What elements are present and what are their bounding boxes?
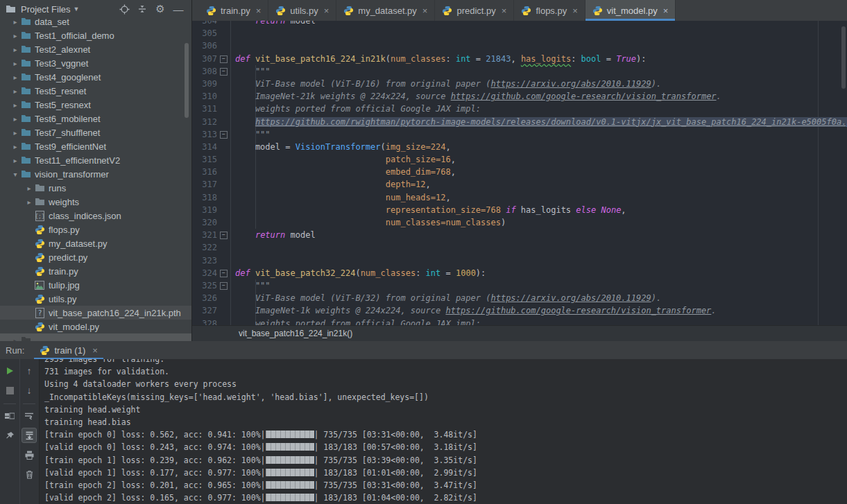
tree-item-Test5_resnext[interactable]: ▸Test5_resnext xyxy=(0,98,191,112)
chevron-right-icon[interactable]: ▸ xyxy=(11,129,19,137)
code-line-318[interactable]: 318 num_heads=12, xyxy=(192,191,847,204)
editor-scrollbar[interactable] xyxy=(841,26,846,89)
print-icon[interactable] xyxy=(22,447,37,462)
tree-item-runs[interactable]: ▸runs xyxy=(0,181,191,195)
fold-marker-icon[interactable]: − xyxy=(220,270,228,277)
chevron-right-icon[interactable]: ▸ xyxy=(11,101,19,109)
scroll-end-icon[interactable] xyxy=(22,428,37,443)
down-icon[interactable]: ↓ xyxy=(22,383,37,398)
run-console[interactable]: 2939 images for training.731 images for … xyxy=(39,359,847,504)
chevron-right-icon[interactable]: ▸ xyxy=(11,60,19,67)
fold-marker-icon[interactable]: − xyxy=(220,232,228,239)
tree-item-Test5_resnet[interactable]: ▸Test5_resnet xyxy=(0,84,191,98)
tree-item-Test6_mobilenet[interactable]: ▸Test6_mobilenet xyxy=(0,112,191,125)
close-icon[interactable]: × xyxy=(256,6,262,16)
clear-icon[interactable] xyxy=(22,467,37,482)
run-tab-train[interactable]: train (1) × xyxy=(34,341,103,359)
stop-icon[interactable] xyxy=(2,383,17,398)
tab-predict.py[interactable]: predict.py× xyxy=(435,0,514,21)
code-line-311[interactable]: 311 weights ported from official Google … xyxy=(192,103,847,115)
chevron-right-icon[interactable]: ▸ xyxy=(25,198,33,206)
rerun-icon[interactable] xyxy=(2,363,17,379)
fold-marker-icon[interactable]: − xyxy=(220,68,228,76)
code-line-310[interactable]: 310 ImageNet-21k weights @ 224x224, sour… xyxy=(192,90,847,103)
hide-icon[interactable]: — xyxy=(169,1,187,17)
fold-marker-icon[interactable]: − xyxy=(220,282,228,290)
tree-item-utils.py[interactable]: utils.py xyxy=(0,292,191,306)
code-line-307[interactable]: 307−def vit_base_patch16_224_in21k(num_c… xyxy=(192,53,847,65)
chevron-right-icon[interactable]: ▸ xyxy=(11,157,19,164)
chevron-right-icon[interactable]: ▸ xyxy=(11,143,19,150)
code-line-316[interactable]: 316 embed_dim=768, xyxy=(192,166,847,178)
tree-item-Test11_efficientnetV2[interactable]: ▸Test11_efficientnetV2 xyxy=(0,153,191,167)
tab-utils.py[interactable]: utils.py× xyxy=(268,0,336,21)
tree-item-tulip.jpg[interactable]: tulip.jpg xyxy=(0,278,191,292)
tab-flops.py[interactable]: flops.py× xyxy=(514,0,585,21)
code-line-306[interactable]: 306 xyxy=(192,40,847,52)
code-line-314[interactable]: 314 model = VisionTransformer(img_size=2… xyxy=(192,141,847,153)
code-line-315[interactable]: 315 patch_size=16, xyxy=(192,153,847,166)
tree-item-vision_transformer[interactable]: ▾vision_transformer xyxy=(0,167,191,181)
pin-icon[interactable] xyxy=(2,428,17,443)
code-line-327[interactable]: 327 ImageNet-1k weights @ 224x224, sourc… xyxy=(192,304,847,317)
tree-item-Test7_shufflenet[interactable]: ▸Test7_shufflenet xyxy=(0,125,191,139)
chevron-right-icon[interactable]: ▸ xyxy=(25,184,33,192)
code-line-326[interactable]: 326 ViT-Base model (ViT-B/32) from origi… xyxy=(192,292,847,304)
code-line-322[interactable]: 322 xyxy=(192,241,847,254)
code-line-309[interactable]: 309 ViT-Base model (ViT-B/16) from origi… xyxy=(192,78,847,90)
tab-train.py[interactable]: train.py× xyxy=(199,0,268,21)
code-line-324[interactable]: 324−def vit_base_patch32_224(num_classes… xyxy=(192,267,847,279)
tree-item-train.py[interactable]: train.py xyxy=(0,264,191,278)
code-line-320[interactable]: 320 num_classes=num_classes) xyxy=(192,216,847,229)
chevron-right-icon[interactable]: ▸ xyxy=(11,115,19,123)
close-icon[interactable]: × xyxy=(502,6,507,16)
code-line-304[interactable]: 304 return model xyxy=(192,21,847,27)
tree-item-weights[interactable]: ▸weights xyxy=(0,195,191,209)
chevron-right-icon[interactable]: ▸ xyxy=(11,87,19,95)
tree-item-Test1_official_demo[interactable]: ▸Test1_official_demo xyxy=(0,28,191,42)
close-icon[interactable]: × xyxy=(572,6,578,16)
collapse-all-icon[interactable] xyxy=(133,1,151,17)
tree-item-vit_model.py[interactable]: vit_model.py xyxy=(0,320,191,333)
softwrap-icon[interactable] xyxy=(22,408,37,424)
code-line-319[interactable]: 319 representation_size=768 if has_logit… xyxy=(192,204,847,216)
close-icon[interactable]: × xyxy=(92,345,98,356)
breadcrumb-item[interactable]: vit_base_patch16_224_in21k() xyxy=(239,329,352,338)
breadcrumb[interactable]: vit_base_patch16_224_in21k() xyxy=(192,325,847,341)
caret-down-icon[interactable]: ▼ xyxy=(74,6,80,12)
fold-marker-icon[interactable]: − xyxy=(220,131,228,139)
code-line-312[interactable]: 312 https://github.com/rwightman/pytorch… xyxy=(192,116,847,128)
tree-item-flops.py[interactable]: flops.py xyxy=(0,223,191,236)
chevron-right-icon[interactable]: ▸ xyxy=(11,46,19,53)
tree-item-class_indices.json[interactable]: {;}class_indices.json xyxy=(0,209,191,223)
up-icon[interactable]: ↑ xyxy=(22,363,37,379)
code-editor[interactable]: 304 return model305306307−def vit_base_p… xyxy=(192,21,847,326)
code-line-308[interactable]: 308− """ xyxy=(192,65,847,78)
code-line-323[interactable]: 323 xyxy=(192,254,847,267)
tree-item-Test2_alexnet[interactable]: ▸Test2_alexnet xyxy=(0,42,191,56)
tab-my_dataset.py[interactable]: my_dataset.py× xyxy=(336,0,435,21)
close-icon[interactable]: × xyxy=(422,6,428,16)
project-view-title[interactable]: Project Files xyxy=(21,4,71,15)
layout-icon[interactable] xyxy=(2,408,17,424)
code-line-325[interactable]: 325− """ xyxy=(192,279,847,292)
tree-scrollbar[interactable] xyxy=(185,43,189,118)
code-line-313[interactable]: 313− """ xyxy=(192,128,847,141)
code-line-321[interactable]: 321− return model xyxy=(192,229,847,241)
tree-item-vit_base_patch16_224_in21k.pth[interactable]: ?vit_base_patch16_224_in21k.pth xyxy=(0,306,191,320)
chevron-down-icon[interactable]: ▾ xyxy=(11,171,19,178)
close-icon[interactable]: × xyxy=(324,6,330,16)
chevron-right-icon[interactable]: ▸ xyxy=(11,18,19,26)
fold-marker-icon[interactable]: − xyxy=(220,55,228,63)
chevron-right-icon[interactable]: ▸ xyxy=(11,32,19,40)
code-line-317[interactable]: 317 depth=12, xyxy=(192,178,847,191)
chevron-right-icon[interactable]: ▸ xyxy=(11,73,19,81)
tree-item-Test9_efficientNet[interactable]: ▸Test9_efficientNet xyxy=(0,139,191,153)
locate-icon[interactable] xyxy=(115,1,133,17)
settings-icon[interactable]: ⚙ xyxy=(151,1,169,17)
close-icon[interactable]: × xyxy=(663,6,669,16)
tree-item-my_dataset.py[interactable]: my_dataset.py xyxy=(0,236,191,250)
tree-item-partial[interactable]: ▸ xyxy=(0,333,191,341)
code-line-305[interactable]: 305 xyxy=(192,27,847,40)
tree-item-Test4_googlenet[interactable]: ▸Test4_googlenet xyxy=(0,70,191,84)
